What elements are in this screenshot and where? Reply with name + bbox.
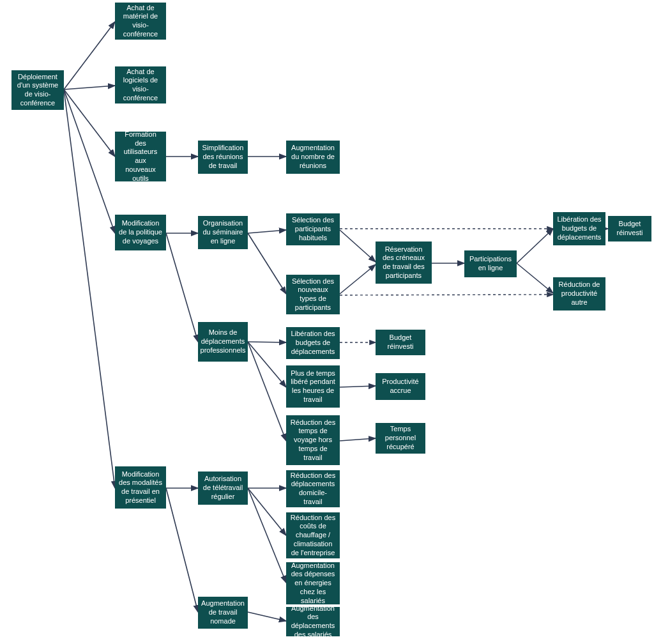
node-formation: Formation des utilisateurs aux nouveaux … (115, 132, 166, 181)
node-plus-temps-libere: Plus de temps libéré pendant les heures … (286, 365, 340, 408)
node-productivite-accrue: Productivité accrue (376, 373, 425, 400)
node-simplification-reunions: Simplification des réunions de travail (198, 141, 248, 174)
node-autorisation-teletravail: Autorisation de télétravail régulier (198, 471, 248, 505)
node-reservation-creneaux: Réservation des créneaux de travail des … (376, 241, 432, 284)
node-achat-materiel: Achat de matériel de visio-conférence (115, 3, 166, 40)
node-moins-deplacements-pro: Moins de déplacements professionnels (198, 322, 248, 362)
node-augmentation-deplacements-salaries: Augmentation des déplacements des salari… (286, 607, 340, 636)
node-liberation-budgets-mid: Libération des budgets de déplacements (286, 327, 340, 359)
node-modif-modalites-presentiel: Modification des modalités de travail en… (115, 466, 166, 509)
node-augmentation-depenses-energie: Augmentation des dépenses en énergies ch… (286, 562, 340, 604)
node-achat-logiciels: Achat de logiciels de visio-conférence (115, 66, 166, 103)
node-participations-en-ligne: Participations en ligne (464, 250, 517, 277)
node-root: Déploiement d'un système de visio-confér… (11, 70, 64, 110)
node-temps-personnel-recupere: Temps personnel récupéré (376, 423, 425, 454)
node-selection-nouveaux-participants: Sélection des nouveaux types de particip… (286, 275, 340, 314)
node-budget-reinvesti-top: Budget réinvesti (608, 216, 651, 241)
diagram-canvas: Déploiement d'un système de visio-confér… (0, 0, 654, 644)
node-augmentation-reunions: Augmentation du nombre de réunions (286, 141, 340, 174)
node-selection-participants-habituels: Sélection des participants habituels (286, 213, 340, 245)
node-reduction-productivite-autre: Réduction de productivité autre (553, 277, 605, 310)
node-reduction-temps-voyage: Réduction des temps de voyage hors temps… (286, 415, 340, 465)
node-reduction-deplacements-domicile: Réduction des déplacements domicile-trav… (286, 470, 340, 507)
node-augmentation-travail-nomade: Augmentation de travail nomade (198, 597, 248, 629)
node-reduction-couts-chauffage: Réduction des coûts de chauffage / clima… (286, 512, 340, 558)
node-liberation-budgets-top: Libération des budgets de déplacements (553, 212, 605, 245)
node-budget-reinvesti-mid: Budget réinvesti (376, 330, 425, 355)
node-organisation-seminaire: Organisation du séminaire en ligne (198, 216, 248, 249)
node-modif-politique-voyages: Modification de la politique de voyages (115, 215, 166, 250)
